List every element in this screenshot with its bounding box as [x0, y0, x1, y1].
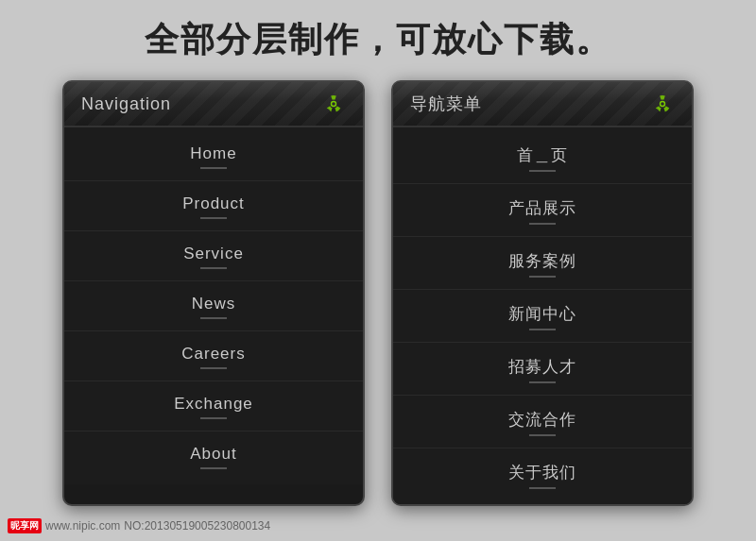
page-title: 全部分层制作，可放心下载。 — [145, 17, 611, 63]
menu-item-careers-cn[interactable]: 招募人才 — [393, 343, 692, 396]
menu-item-news-cn[interactable]: 新闻中心 — [393, 290, 692, 343]
menu-item-home[interactable]: Home — [64, 131, 363, 181]
watermark-url: www.nipic.com — [45, 519, 120, 533]
menu-item-news[interactable]: News — [64, 281, 363, 331]
svg-point-3 — [332, 102, 335, 106]
menu-item-exchange[interactable]: Exchange — [64, 381, 363, 431]
right-menu-items: 首＿页 产品展示 服务案例 新闻中心 招募人才 交流合作 关于我们 — [393, 127, 692, 504]
menu-item-about-cn[interactable]: 关于我们 — [393, 448, 692, 500]
menu-item-products[interactable]: 产品展示 — [393, 184, 692, 237]
right-menu-title: 导航菜单 — [410, 93, 482, 115]
watermark: 昵享网 www.nipic.com NO:2013051900523080013… — [8, 518, 270, 533]
right-menu-header: 导航菜单 — [393, 82, 692, 127]
left-menu-title: Navigation — [81, 94, 171, 114]
radiation-icon-right — [650, 92, 675, 116]
left-menu-items: Home Product Service News Careers Exchan… — [64, 127, 363, 484]
left-menu: Navigation Home Product — [62, 80, 365, 506]
menu-item-exchange-cn[interactable]: 交流合作 — [393, 396, 692, 448]
menu-item-about[interactable]: About — [64, 431, 363, 481]
menu-item-homepage[interactable]: 首＿页 — [393, 131, 692, 184]
right-menu: 导航菜单 首＿页 产品展示 服务案例 新闻中心 招募人才 交流合作 关于我们 — [391, 80, 694, 506]
menus-container: Navigation Home Product — [62, 80, 694, 506]
watermark-id: NO:20130519005230800134 — [124, 519, 270, 533]
menu-item-service[interactable]: Service — [64, 231, 363, 281]
left-menu-header: Navigation — [64, 82, 363, 127]
menu-item-careers[interactable]: Careers — [64, 331, 363, 381]
radiation-icon-left — [321, 92, 346, 116]
menu-item-services[interactable]: 服务案例 — [393, 237, 692, 290]
svg-point-6 — [661, 102, 664, 106]
menu-item-product[interactable]: Product — [64, 181, 363, 231]
watermark-logo: 昵享网 — [8, 518, 42, 533]
